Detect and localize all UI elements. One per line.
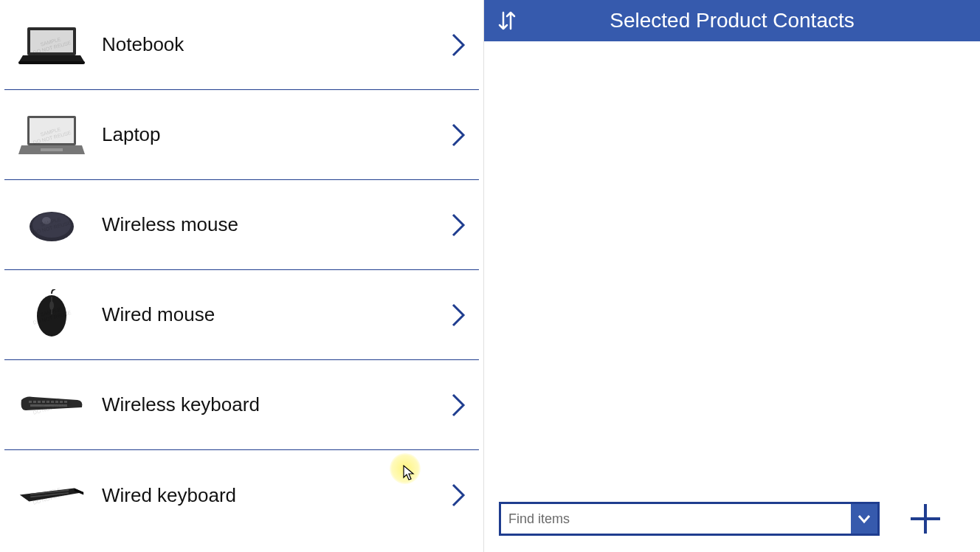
contacts-footer	[484, 486, 980, 552]
list-item[interactable]: SAMPLEDO NOT REUSE Wired keyboard	[4, 450, 479, 540]
svg-rect-14	[38, 401, 41, 403]
svg-rect-20	[64, 401, 67, 403]
product-label: Laptop	[89, 123, 444, 146]
svg-rect-1	[30, 30, 73, 52]
list-item[interactable]: SAMPLEDO NOT REUSE Wired mouse	[4, 270, 479, 360]
chevron-right-icon	[444, 123, 473, 148]
sort-icon[interactable]	[494, 10, 520, 32]
add-button[interactable]	[906, 500, 945, 538]
chevron-right-icon	[444, 213, 473, 238]
list-item[interactable]: SAMPLEDO NOT REUSE Wireless keyboard	[4, 360, 479, 450]
chevron-right-icon	[444, 393, 473, 418]
svg-rect-19	[60, 401, 63, 403]
wireless-keyboard-icon: SAMPLEDO NOT REUSE	[15, 376, 89, 435]
svg-point-11	[49, 301, 54, 310]
product-label: Wired mouse	[89, 303, 444, 326]
panel-title: Selected Product Contacts	[520, 9, 970, 32]
chevron-right-icon	[444, 303, 473, 328]
wired-keyboard-icon: SAMPLEDO NOT REUSE	[15, 466, 89, 525]
svg-rect-4	[30, 118, 74, 143]
svg-rect-17	[51, 401, 54, 403]
product-label: Notebook	[89, 33, 444, 56]
wireless-mouse-icon: SAMPLEDO NOT REUSE	[15, 196, 89, 255]
contacts-empty-area	[484, 41, 980, 486]
find-items-input[interactable]	[501, 504, 851, 534]
svg-rect-21	[30, 404, 67, 407]
product-list-panel[interactable]: SAMPLEDO NOT REUSE Notebook SAMPLEDO NOT…	[0, 0, 484, 552]
list-item[interactable]: SAMPLEDO NOT REUSE Laptop	[4, 90, 479, 180]
combo-toggle-button[interactable]	[851, 504, 877, 534]
product-label: Wireless keyboard	[89, 393, 444, 416]
contacts-header: Selected Product Contacts	[484, 0, 980, 41]
list-item[interactable]: SAMPLEDO NOT REUSE Notebook	[4, 0, 479, 90]
product-label: Wired keyboard	[89, 484, 444, 507]
product-label: Wireless mouse	[89, 213, 444, 236]
svg-rect-5	[41, 148, 63, 151]
svg-rect-13	[33, 401, 36, 403]
chevron-right-icon	[444, 483, 473, 508]
svg-rect-2	[18, 61, 85, 64]
svg-rect-12	[29, 401, 32, 403]
wired-mouse-icon: SAMPLEDO NOT REUSE	[15, 286, 89, 345]
find-items-combo[interactable]	[499, 502, 880, 536]
svg-rect-18	[55, 401, 58, 403]
plus-icon	[908, 501, 943, 537]
list-item[interactable]: SAMPLEDO NOT REUSE Wireless mouse	[4, 180, 479, 270]
contacts-panel: Selected Product Contacts	[484, 0, 980, 552]
app-root: SAMPLEDO NOT REUSE Notebook SAMPLEDO NOT…	[0, 0, 980, 552]
svg-rect-16	[46, 401, 49, 403]
svg-rect-15	[42, 401, 45, 403]
chevron-down-icon	[857, 514, 872, 524]
svg-point-8	[42, 217, 51, 224]
chevron-right-icon	[444, 32, 473, 58]
notebook-icon: SAMPLEDO NOT REUSE	[15, 15, 89, 75]
laptop-icon: SAMPLEDO NOT REUSE	[15, 106, 89, 165]
svg-point-7	[32, 213, 71, 238]
